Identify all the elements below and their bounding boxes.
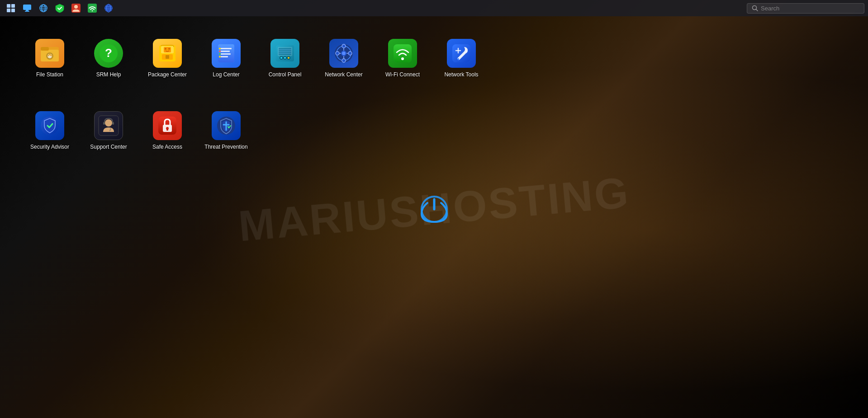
svg-rect-42: [221, 56, 228, 57]
network-center-icon[interactable]: Network Center: [321, 34, 366, 98]
network-tools-icon-img: [447, 39, 476, 68]
wifi-taskbar-icon[interactable]: [85, 1, 100, 15]
svg-point-77: [457, 58, 459, 60]
svg-rect-41: [221, 53, 231, 55]
svg-point-14: [74, 5, 78, 9]
svg-point-46: [219, 56, 221, 58]
safe-access-label: Safe Access: [152, 144, 182, 151]
support-center-icon-img: [94, 111, 123, 140]
srm-help-icon[interactable]: ? SRM Help: [86, 34, 131, 98]
control-panel-label: Control Panel: [269, 71, 302, 79]
svg-point-84: [105, 119, 112, 127]
grid-icon[interactable]: [4, 1, 18, 15]
control-panel-icon[interactable]: Control Panel: [262, 34, 308, 98]
threat-prevention-label: Threat Prevention: [204, 144, 247, 151]
svg-rect-1: [7, 4, 10, 8]
svg-point-36: [168, 48, 170, 50]
svg-point-58: [284, 57, 286, 59]
svg-line-22: [756, 9, 758, 11]
package-center-label: Package Center: [148, 71, 187, 79]
file-station-icon[interactable]: File Station: [27, 34, 72, 98]
globe-icon[interactable]: [36, 1, 51, 15]
safe-access-icon[interactable]: Safe Access: [145, 107, 190, 170]
svg-point-43: [219, 48, 221, 50]
security-advisor-label: Security Advisor: [30, 144, 69, 151]
taskbar: [0, 0, 868, 16]
network-tools-icon[interactable]: Network Tools: [439, 34, 484, 98]
svg-rect-6: [26, 10, 28, 11]
svg-point-44: [219, 51, 221, 52]
svg-point-71: [342, 52, 346, 55]
svg-point-45: [219, 53, 221, 55]
svg-point-74: [401, 57, 404, 60]
search-icon: [752, 5, 758, 11]
svg-rect-39: [221, 48, 232, 49]
support-center-icon[interactable]: Support Center: [86, 107, 131, 170]
log-center-label: Log Center: [213, 71, 239, 79]
safe-access-icon-img: [153, 111, 182, 140]
svg-rect-34: [166, 55, 169, 59]
threat-prevention-icon-img: [212, 111, 241, 140]
svg-point-57: [280, 57, 282, 59]
user-icon[interactable]: [69, 1, 83, 15]
wifi-connect-icon-img: [388, 39, 417, 68]
log-center-icon[interactable]: Log Center: [204, 34, 249, 98]
svg-point-65: [336, 52, 339, 55]
threat-prevention-icon[interactable]: Threat Prevention: [204, 107, 249, 170]
search-input[interactable]: [761, 5, 851, 12]
svg-point-66: [342, 59, 346, 62]
earth-icon[interactable]: [101, 1, 116, 15]
svg-rect-91: [166, 128, 168, 131]
control-panel-icon-img: [270, 39, 299, 68]
search-bar[interactable]: [747, 3, 864, 14]
svg-point-35: [165, 48, 166, 50]
svg-rect-86: [112, 122, 114, 125]
svg-rect-5: [23, 5, 31, 10]
svg-text:?: ?: [105, 46, 112, 60]
srm-help-icon-img: ?: [94, 39, 123, 68]
svg-rect-4: [11, 9, 15, 12]
icon-grid: File Station ? SRM Help: [27, 34, 841, 242]
svg-rect-3: [7, 9, 10, 12]
svg-rect-7: [25, 11, 29, 12]
network-center-icon-img: [329, 39, 358, 68]
support-center-label: Support Center: [90, 144, 127, 151]
svg-rect-25: [41, 47, 49, 51]
svg-point-63: [342, 44, 346, 48]
security-advisor-icon[interactable]: Security Advisor: [27, 107, 72, 170]
desktop: File Station ? SRM Help: [0, 16, 868, 418]
svg-rect-2: [11, 4, 15, 8]
monitor-icon[interactable]: [20, 1, 34, 15]
svg-point-59: [288, 57, 289, 59]
package-center-icon[interactable]: Package Center: [145, 34, 190, 98]
svg-rect-85: [103, 122, 105, 125]
file-station-icon-img: [35, 39, 64, 68]
svg-rect-40: [221, 51, 230, 52]
network-tools-label: Network Tools: [444, 71, 478, 79]
shield-icon[interactable]: [52, 1, 67, 15]
wifi-connect-label: Wi-Fi Connect: [385, 71, 420, 79]
security-advisor-icon-img: [35, 111, 64, 140]
log-center-icon-img: [212, 39, 241, 68]
svg-rect-76: [452, 44, 470, 62]
wifi-connect-icon[interactable]: Wi-Fi Connect: [380, 34, 425, 98]
network-center-label: Network Center: [325, 71, 362, 79]
svg-point-64: [348, 52, 352, 55]
srm-help-label: SRM Help: [96, 71, 121, 79]
file-station-label: File Station: [36, 71, 63, 79]
package-center-icon-img: [153, 39, 182, 68]
